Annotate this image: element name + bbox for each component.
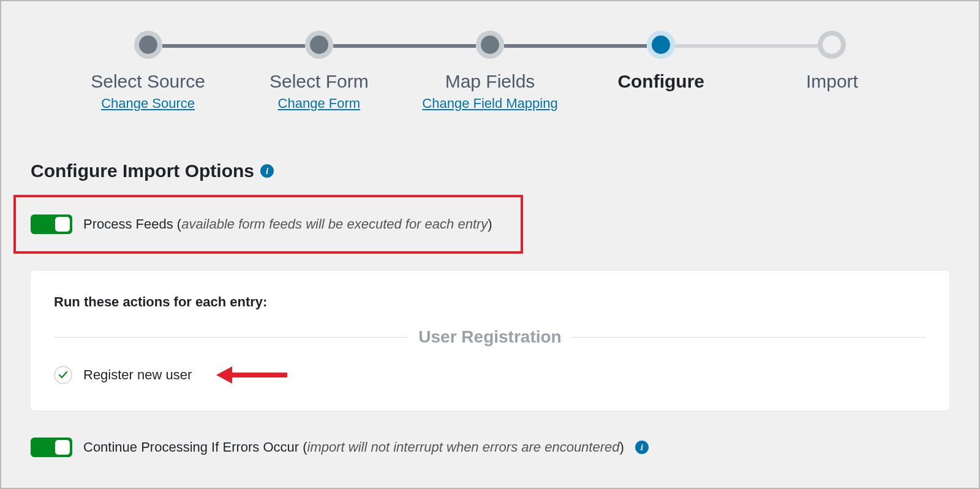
action-row-register-new-user: Register new user — [54, 364, 926, 386]
step-dot — [647, 31, 675, 59]
label-hint: import will not interrupt when errors ar… — [307, 439, 620, 455]
step-dot — [134, 31, 162, 59]
hint-close: ) — [620, 439, 624, 455]
hint-open: ( — [173, 216, 181, 232]
actions-group-divider: User Registration — [54, 327, 926, 347]
link-change-form[interactable]: Change Form — [278, 96, 361, 112]
step-select-form[interactable]: Select Form Change Form — [233, 31, 404, 112]
info-icon[interactable]: i — [260, 164, 274, 178]
toggle-knob — [55, 217, 70, 232]
link-change-source[interactable]: Change Source — [101, 96, 195, 112]
step-connector — [504, 44, 647, 48]
hint-close: ) — [488, 216, 492, 232]
info-icon[interactable]: i — [635, 441, 649, 454]
process-feeds-highlight: Process Feeds (available form feeds will… — [13, 195, 523, 254]
check-icon — [58, 370, 68, 380]
step-label: Import — [806, 71, 858, 92]
step-label: Select Form — [270, 71, 369, 92]
label-text: Continue Processing If Errors Occur — [83, 439, 299, 455]
step-label: Map Fields — [445, 71, 535, 92]
step-import[interactable]: Import — [747, 31, 918, 92]
link-change-field-mapping[interactable]: Change Field Mapping — [422, 96, 557, 112]
step-connector — [162, 44, 305, 48]
label-hint: available form feeds will be executed fo… — [181, 216, 488, 232]
step-connector — [675, 44, 818, 48]
page-root: Select Source Change Source Select Form … — [0, 0, 980, 489]
step-configure[interactable]: Configure — [576, 31, 747, 92]
stepper-wizard: Select Source Change Source Select Form … — [1, 1, 979, 112]
action-checkbox[interactable] — [54, 366, 72, 384]
step-dot — [305, 31, 333, 59]
hint-open: ( — [299, 439, 307, 455]
section-heading-row: Configure Import Options i — [1, 112, 979, 181]
actions-panel: Run these actions for each entry: User R… — [31, 271, 949, 411]
toggle-process-feeds-label: Process Feeds (available form feeds will… — [83, 216, 492, 232]
step-dot — [818, 31, 846, 59]
section-heading: Configure Import Options — [31, 161, 254, 181]
action-label: Register new user — [83, 367, 192, 383]
divider-line — [54, 337, 407, 338]
step-label: Configure — [617, 71, 704, 92]
step-map-fields[interactable]: Map Fields Change Field Mapping — [404, 31, 575, 112]
toggle-continue-on-error[interactable] — [31, 438, 72, 457]
step-label: Select Source — [91, 71, 205, 92]
annotation-arrow — [214, 364, 287, 386]
toggle-knob — [55, 440, 70, 455]
toggle-process-feeds[interactable] — [31, 214, 72, 234]
divider-line — [573, 337, 926, 338]
actions-group-label: User Registration — [418, 327, 561, 347]
step-dot — [476, 31, 504, 59]
label-text: Process Feeds — [83, 216, 173, 232]
continue-on-error-row: Continue Processing If Errors Occur (imp… — [1, 411, 979, 457]
step-select-source[interactable]: Select Source Change Source — [62, 31, 233, 112]
arrow-left-icon — [214, 364, 287, 386]
actions-panel-heading: Run these actions for each entry: — [54, 294, 926, 310]
step-connector — [333, 44, 476, 48]
toggle-continue-on-error-label: Continue Processing If Errors Occur (imp… — [83, 439, 624, 455]
